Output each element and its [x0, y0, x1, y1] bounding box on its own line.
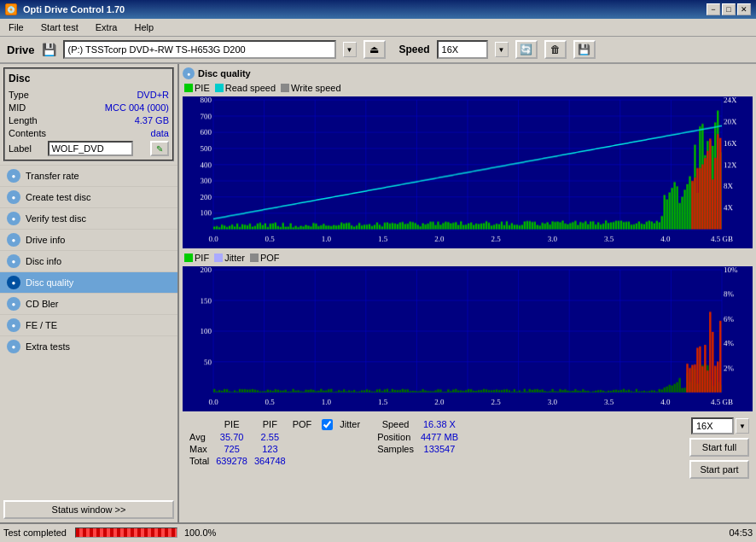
save-button[interactable]: 💾	[573, 40, 596, 59]
start-full-button[interactable]: Start full	[689, 438, 749, 457]
speed-label: Speed	[399, 44, 430, 55]
drive-selector[interactable]: (P:) TSSTcorp DVD+-RW TS-H653G D200	[63, 40, 336, 59]
drive-info-icon: ●	[7, 233, 20, 247]
extra-tests-icon: ●	[7, 340, 20, 353]
disc-mid-value: MCC 004 (000)	[105, 102, 169, 113]
jitter-header: Jitter	[336, 417, 363, 431]
sidebar-item-fe-te[interactable]: ● FE / TE	[0, 314, 177, 335]
drive-dropdown-arrow[interactable]: ▼	[343, 42, 357, 57]
transfer-rate-icon: ●	[7, 169, 20, 183]
app-icon: 💿	[5, 3, 17, 15]
drive-icon: 💾	[42, 43, 56, 56]
samples-label: Samples	[363, 443, 417, 455]
stats-table: PIE PIF POF Jitter Speed 16.38 X	[186, 417, 462, 467]
legend-read-speed-label: Read speed	[225, 83, 276, 93]
disc-section-title: Disc	[9, 73, 169, 85]
legend-pif-color	[184, 254, 193, 262]
verify-test-disc-icon: ●	[7, 212, 20, 225]
sidebar-item-disc-info[interactable]: ● Disc info	[0, 250, 177, 271]
menu-extra[interactable]: Extra	[90, 20, 123, 34]
disc-contents-label: Contents	[9, 128, 46, 138]
fe-te-icon: ●	[7, 318, 20, 332]
menu-file[interactable]: File	[3, 20, 29, 34]
disc-label-edit-button[interactable]: ✎	[150, 141, 169, 156]
maximize-button[interactable]: □	[722, 3, 736, 15]
speed-value: 16.38 X	[417, 417, 462, 431]
disc-mid-label: MID	[9, 102, 26, 113]
right-panel: ● Disc quality PIE Read speed Write spee…	[179, 64, 756, 522]
disc-contents-value: data	[151, 128, 169, 138]
position-label: Position	[363, 431, 417, 443]
elapsed-time: 04:53	[729, 527, 753, 538]
jitter-checkbox[interactable]	[322, 418, 333, 428]
disc-quality-icon: ●	[7, 276, 20, 289]
status-bar: Test completed 100.0% 04:53	[0, 522, 756, 541]
disc-quality-title: Disc quality	[198, 68, 251, 79]
speed-selector[interactable]: 16X	[437, 40, 488, 59]
disc-label-key: Label	[9, 143, 32, 154]
pif-avg: 2.55	[251, 431, 289, 443]
legend-jitter: Jitter	[214, 253, 245, 263]
menu-bar: File Start test Extra Help	[0, 19, 756, 37]
legend-pif-label: PIF	[195, 253, 209, 263]
samples-value: 133547	[417, 443, 462, 455]
sidebar-item-transfer-rate[interactable]: ● Transfer rate	[0, 165, 177, 186]
progress-bar-fill	[76, 528, 177, 537]
disc-quality-header: ● Disc quality	[183, 67, 753, 79]
eject-button[interactable]: ⏏	[363, 40, 386, 59]
refresh-button[interactable]: 🔄	[515, 40, 538, 59]
speed-dropdown-arrow[interactable]: ▼	[495, 42, 509, 57]
sidebar-item-create-test-disc[interactable]: ● Create test disc	[0, 186, 177, 207]
disc-label-input[interactable]	[48, 141, 133, 156]
pif-max: 123	[251, 443, 289, 455]
sidebar-item-cd-bler[interactable]: ● CD Bler	[0, 293, 177, 314]
pof-header: POF	[289, 417, 316, 431]
legend-pie-label: PIE	[195, 83, 210, 93]
legend-read-speed-color	[215, 84, 224, 92]
stats-area: PIE PIF POF Jitter Speed 16.38 X	[183, 416, 753, 481]
create-test-disc-icon: ●	[7, 190, 20, 204]
position-value: 4477 MB	[417, 431, 462, 443]
legend-write-speed-color	[281, 84, 289, 92]
legend-pof-label: POF	[260, 253, 280, 263]
menu-start-test[interactable]: Start test	[36, 20, 84, 34]
progress-bar	[75, 527, 177, 538]
app-title: Opti Drive Control 1.70	[23, 4, 125, 15]
disc-length-value: 4.37 GB	[135, 115, 169, 125]
pie-max: 725	[212, 443, 251, 455]
disc-type-label: Type	[9, 90, 29, 100]
drive-label: Drive	[7, 44, 35, 56]
start-part-button[interactable]: Start part	[689, 460, 749, 479]
chart-top	[183, 96, 753, 248]
avg-label: Avg	[186, 431, 212, 443]
status-window-button[interactable]: Status window >>	[3, 500, 174, 519]
action-speed-dropdown-arrow[interactable]: ▼	[736, 418, 749, 434]
sidebar-item-drive-info[interactable]: ● Drive info	[0, 229, 177, 250]
speed-header: Speed	[363, 417, 417, 431]
legend-top: PIE Read speed Write speed	[183, 83, 753, 93]
legend-jitter-label: Jitter	[224, 253, 245, 263]
sidebar-item-verify-test-disc[interactable]: ● Verify test disc	[0, 207, 177, 229]
sidebar-item-disc-quality[interactable]: ● Disc quality	[0, 271, 177, 293]
clear-button[interactable]: 🗑	[544, 40, 567, 59]
legend-write-speed: Write speed	[281, 83, 341, 93]
disc-type-value: DVD+R	[137, 90, 169, 100]
close-button[interactable]: ✕	[737, 3, 751, 15]
legend-pif: PIF	[184, 253, 209, 263]
legend-bottom: PIF Jitter POF	[183, 253, 753, 263]
status-text: Test completed	[3, 527, 67, 538]
minimize-button[interactable]: −	[707, 3, 720, 15]
legend-pie-color	[184, 84, 193, 92]
legend-pie: PIE	[184, 83, 210, 93]
pie-header: PIE	[212, 417, 251, 431]
action-speed-dropdown[interactable]: 16X	[691, 417, 734, 434]
legend-pof-color	[250, 254, 259, 262]
disc-quality-panel-icon: ●	[183, 67, 195, 79]
pif-total: 364748	[251, 455, 289, 467]
cd-bler-icon: ●	[7, 297, 20, 311]
chart-bottom	[183, 266, 753, 411]
sidebar-item-extra-tests[interactable]: ● Extra tests	[0, 335, 177, 357]
menu-help[interactable]: Help	[129, 20, 159, 34]
total-label: Total	[186, 455, 212, 467]
legend-read-speed: Read speed	[215, 83, 276, 93]
